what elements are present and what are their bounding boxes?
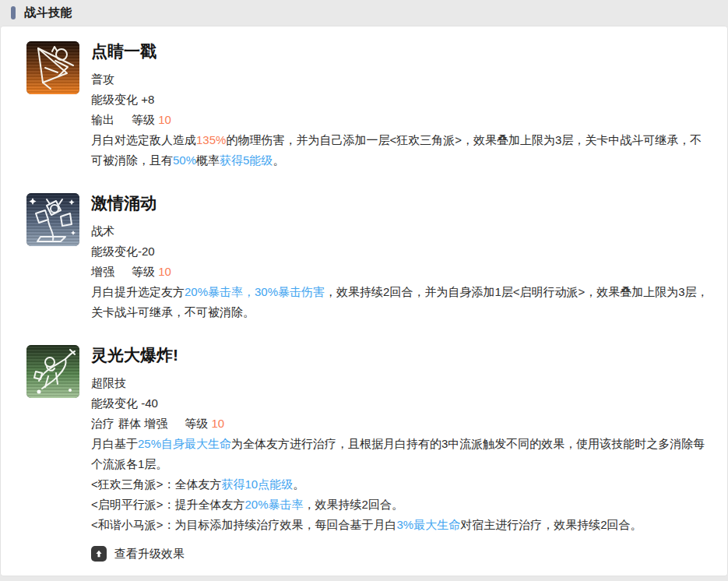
skill-block-ultimate: 灵光大爆炸! 超限技 能级变化 -40 治疗 群体 增强等级 10 月白基于25… [26,345,715,562]
description-line: <狂欢三角派>：全体友方获得10点能级。 [91,474,713,495]
skill-art-horse-rider [26,345,79,398]
accent-bar [11,6,16,19]
description-line: <和谐小马派>：为目标添加持续治疗效果，每回合基于月白3%最大生命对宿主进行治疗… [91,515,713,535]
text-segment: <启明平行派>：提升全体友方 [91,498,245,511]
text-segment: 月白基于 [91,437,138,450]
skill-name: 激情涌动 [91,194,713,213]
level-label: 等级 [132,113,155,126]
text-segment: ，效果持续2回合。 [304,498,403,511]
description-line: <启明平行派>：提升全体友方20%暴击率，效果持续2回合。 [91,495,713,515]
section-title: 战斗技能 [24,5,72,20]
skill-art-bow-figure [26,41,79,94]
skill-type: 战术 [91,221,713,241]
inline-link[interactable]: 20%暴击率 [245,498,304,511]
skill-type: 普攻 [91,69,713,90]
level-value: 10 [212,417,225,430]
skill-tags: 输出 [91,113,114,126]
inline-link[interactable]: 获得5能级 [220,153,273,167]
skill-body: 灵光大爆炸! 超限技 能级变化 -40 治疗 群体 增强等级 10 月白基于25… [91,345,715,562]
skill-description: 月白提升选定友方20%暴击率，30%暴击伤害，效果持续2回合，并为自身添加1层<… [91,282,713,322]
skill-tags: 治疗 群体 增强 [91,417,167,430]
text-segment: 。 [273,153,284,167]
inline-link[interactable]: 20%暴击率，30%暴击伤害 [185,285,325,298]
skill-tags-level: 治疗 群体 增强等级 10 [91,414,713,434]
level-label: 等级 [132,265,155,278]
skill-description: 月白基于25%自身最大生命为全体友方进行治疗，且根据月白持有的3中流派触发不同的… [91,434,713,535]
skill-block-basic-attack: 点睛一戳 普攻 能级变化 +8 输出等级 10 月白对选定敌人造成135%的物理… [26,41,715,171]
text-segment: <和谐小马派>：为目标添加持续治疗效果，每回合基于月白 [91,518,397,531]
description-line: 月白对选定敌人造成135%的物理伤害，并为自己添加一层<狂欢三角派>，效果叠加上… [91,130,713,171]
skill-tags-level: 输出等级 10 [91,110,713,130]
skill-body: 点睛一戳 普攻 能级变化 +8 输出等级 10 月白对选定敌人造成135%的物理… [91,41,715,171]
text-segment: 对宿主进行治疗，效果持续2回合。 [460,518,642,531]
text-segment: <狂欢三角派>：全体友方 [91,477,222,491]
inline-link[interactable]: 获得10点能级 [222,477,294,491]
text-segment: 135% [196,133,226,146]
inline-link[interactable]: 3%最大生命 [397,518,461,531]
skill-description: 月白对选定敌人造成135%的物理伤害，并为自己添加一层<狂欢三角派>，效果叠加上… [91,130,713,171]
arrow-up-icon [91,546,107,562]
view-upgrade-effects-button[interactable]: 查看升级效果 [91,546,185,562]
inline-link[interactable]: 25%自身最大生命 [138,437,231,450]
level-label: 等级 [185,417,208,430]
text-segment: 。 [293,477,304,491]
text-segment: 概率 [196,153,220,167]
skill-energy: 能级变化 +8 [91,90,713,110]
skill-name: 灵光大爆炸! [91,346,713,364]
skill-energy: 能级变化 -40 [91,393,713,414]
description-line: 月白基于25%自身最大生命为全体友方进行治疗，且根据月白持有的3中流派触发不同的… [91,434,713,474]
level-value: 10 [158,265,171,278]
skill-icon-ultimate [26,345,79,398]
skill-icon-basic-attack [26,41,79,94]
text-segment: 月白提升选定友方 [91,285,185,298]
skill-energy: 能级变化-20 [91,241,713,262]
inline-link[interactable]: 50% [173,153,196,167]
skill-tags-level: 增强等级 10 [91,262,713,282]
view-upgrade-effects-label: 查看升级效果 [114,547,185,562]
skill-art-bull-papers [26,193,79,246]
section-header: 战斗技能 [0,0,728,26]
skill-icon-tactic [26,193,79,246]
skill-name: 点睛一戳 [91,42,713,61]
skill-block-tactic: 激情涌动 战术 能级变化-20 增强等级 10 月白提升选定友方20%暴击率，3… [26,193,715,322]
level-value: 10 [158,113,171,126]
skill-type: 超限技 [91,373,713,393]
skill-body: 激情涌动 战术 能级变化-20 增强等级 10 月白提升选定友方20%暴击率，3… [91,193,715,322]
description-line: 月白提升选定友方20%暴击率，30%暴击伤害，效果持续2回合，并为自身添加1层<… [91,282,713,322]
text-segment: 月白对选定敌人造成 [91,133,196,146]
skills-card: 点睛一戳 普攻 能级变化 +8 输出等级 10 月白对选定敌人造成135%的物理… [0,26,728,576]
skill-tags: 增强 [91,265,114,278]
